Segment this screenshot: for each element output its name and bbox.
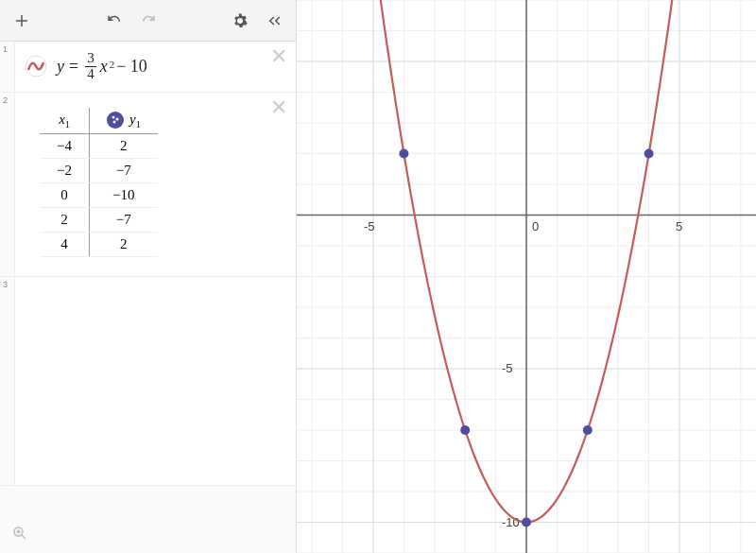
- row-index: 1: [0, 42, 15, 92]
- expression-list: 1✕y=34x2 − 102✕x1y1−42−2−70−102−7423: [0, 42, 296, 486]
- table-row[interactable]: −42: [40, 133, 158, 158]
- zoom-in-icon: [11, 525, 28, 542]
- settings-button[interactable]: [226, 7, 254, 35]
- expression-row[interactable]: 1✕y=34x2 − 10: [0, 42, 296, 93]
- redo-icon: [140, 12, 157, 29]
- data-point[interactable]: [460, 425, 470, 435]
- data-point[interactable]: [522, 518, 531, 527]
- axis-tick-label: 0: [532, 219, 539, 233]
- data-point[interactable]: [644, 149, 654, 159]
- axis-tick-label: -5: [502, 361, 513, 375]
- undo-icon: [106, 12, 123, 29]
- table-cell-y[interactable]: −7: [89, 207, 157, 232]
- expression-row[interactable]: 3: [0, 277, 296, 486]
- table-cell-x[interactable]: 0: [40, 182, 89, 207]
- desmos-logo-icon: [25, 55, 47, 78]
- axis-tick-label: -5: [364, 219, 375, 233]
- scatter-dots-icon[interactable]: [107, 112, 124, 129]
- row-body: x1y1−42−2−70−102−742: [15, 93, 296, 276]
- graph-pane[interactable]: -505-10-5: [297, 0, 756, 553]
- axis-tick-label: 5: [676, 219, 682, 233]
- data-point[interactable]: [583, 425, 593, 435]
- sidebar-toolbar: [0, 0, 296, 42]
- formula-y: y: [57, 57, 64, 77]
- zoom-fit-button[interactable]: [6, 519, 34, 547]
- chevron-double-left-icon: [266, 12, 283, 29]
- formula-equals: =: [69, 57, 78, 77]
- svg-point-1: [112, 116, 114, 119]
- table-cell-y[interactable]: 2: [89, 232, 157, 256]
- svg-point-2: [115, 118, 118, 121]
- table-row[interactable]: 42: [40, 232, 158, 256]
- table-header-y[interactable]: y1: [89, 108, 157, 134]
- table-cell-y[interactable]: −7: [89, 158, 157, 182]
- table-cell-y[interactable]: 2: [89, 133, 157, 158]
- row-body: y=34x2 − 10: [15, 42, 296, 92]
- row-body: [15, 277, 296, 485]
- plus-icon: [13, 12, 30, 29]
- delete-row-button[interactable]: ✕: [269, 47, 288, 66]
- row-index: 2: [0, 93, 15, 276]
- redo-button[interactable]: [134, 7, 163, 35]
- graph-canvas[interactable]: -505-10-5: [297, 0, 756, 553]
- add-expression-button[interactable]: [8, 7, 36, 35]
- formula-fraction: 34: [85, 51, 96, 82]
- delete-row-button[interactable]: ✕: [269, 98, 288, 117]
- undo-button[interactable]: [100, 7, 129, 35]
- table-row[interactable]: 2−7: [40, 207, 158, 232]
- table-cell-y[interactable]: −10: [89, 182, 157, 207]
- table-cell-x[interactable]: 2: [40, 207, 89, 232]
- row-index: 3: [0, 277, 15, 485]
- table-cell-x[interactable]: −4: [40, 133, 89, 158]
- formula-power: 2: [110, 59, 115, 70]
- formula-x: x: [100, 57, 108, 77]
- formula-tail: − 10: [116, 57, 147, 77]
- expression-sidebar: 1✕y=34x2 − 102✕x1y1−42−2−70−102−7423: [0, 0, 297, 553]
- data-point[interactable]: [399, 149, 408, 159]
- table-row[interactable]: 0−10: [40, 182, 158, 207]
- collapse-sidebar-button[interactable]: [260, 7, 288, 35]
- formula-display[interactable]: y=34x2 − 10: [57, 51, 147, 82]
- gear-icon: [232, 12, 249, 29]
- table-header-x[interactable]: x1: [40, 108, 89, 134]
- data-table[interactable]: x1y1−42−2−70−102−742: [25, 102, 158, 267]
- expression-row[interactable]: 2✕x1y1−42−2−70−102−742: [0, 93, 296, 277]
- table-cell-x[interactable]: 4: [40, 232, 89, 256]
- table-cell-x[interactable]: −2: [40, 158, 89, 182]
- table-row[interactable]: −2−7: [40, 158, 158, 182]
- svg-point-3: [112, 121, 115, 124]
